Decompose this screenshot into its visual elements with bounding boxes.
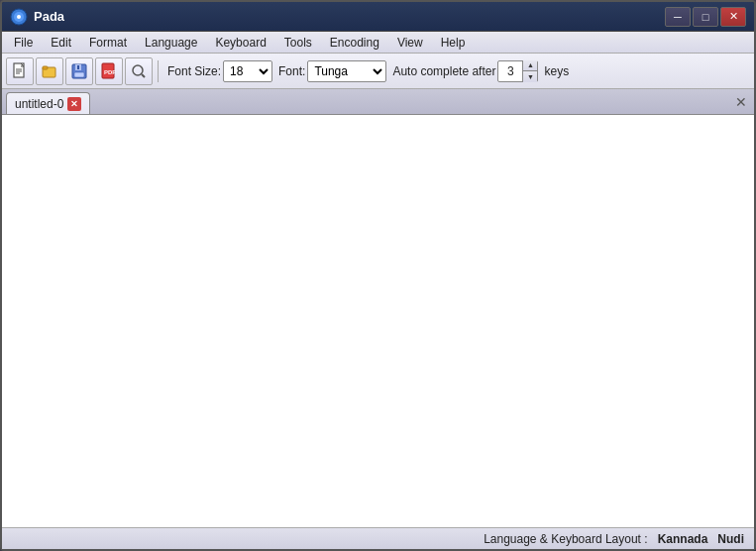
auto-complete-value: 3	[498, 64, 522, 78]
svg-point-2	[17, 15, 21, 19]
close-button[interactable]: ✕	[720, 7, 746, 27]
window-title: Pada	[34, 9, 665, 24]
status-bar: Language & Keyboard Layout : Kannada Nud…	[2, 527, 754, 549]
tab-area-close[interactable]: ✕	[734, 91, 748, 113]
tab-close-button[interactable]: ✕	[67, 97, 81, 111]
menu-help[interactable]: Help	[433, 34, 474, 52]
status-layout: Nudi	[717, 532, 744, 546]
svg-rect-11	[74, 72, 84, 77]
separator-1	[158, 60, 159, 82]
keys-label: keys	[544, 64, 569, 78]
tab-untitled[interactable]: untitled-0 ✕	[6, 92, 90, 114]
menu-file[interactable]: File	[6, 34, 41, 52]
editor-area	[2, 115, 754, 527]
spinner-down[interactable]: ▼	[523, 71, 537, 82]
status-prefix: Language & Keyboard Layout :	[484, 532, 647, 546]
menu-format[interactable]: Format	[81, 34, 135, 52]
spinner-up[interactable]: ▲	[523, 60, 537, 72]
find-button[interactable]	[125, 57, 153, 85]
menu-keyboard[interactable]: Keyboard	[207, 34, 273, 52]
editor-textarea[interactable]	[2, 115, 754, 527]
tab-bar: untitled-0 ✕ ✕	[2, 89, 754, 115]
title-bar: Pada ─ □ ✕	[2, 2, 754, 32]
app-icon	[10, 8, 28, 26]
save-button[interactable]	[65, 57, 93, 85]
maximize-button[interactable]: □	[693, 7, 718, 27]
toolbar: PDF Font Size: 18 10 12 14 16 20 24 Font…	[2, 54, 754, 89]
menu-language[interactable]: Language	[137, 34, 205, 52]
tab-label: untitled-0	[15, 97, 63, 111]
font-size-select[interactable]: 18 10 12 14 16 20 24	[223, 60, 272, 82]
spinner-controls: ▲ ▼	[522, 60, 537, 82]
window-controls: ─ □ ✕	[665, 7, 746, 27]
main-window: Pada ─ □ ✕ File Edit Format Language Key…	[0, 0, 756, 551]
pdf-button[interactable]: PDF	[95, 57, 123, 85]
svg-rect-8	[43, 66, 48, 69]
menu-bar: File Edit Format Language Keyboard Tools…	[2, 32, 754, 54]
status-language: Kannada	[658, 532, 708, 546]
status-text: Language & Keyboard Layout : Kannada Nud…	[484, 532, 744, 546]
svg-text:PDF: PDF	[104, 69, 116, 75]
svg-line-16	[142, 74, 145, 77]
font-label: Font:	[278, 64, 305, 78]
font-select[interactable]: Tunga Arial Times New Roman	[307, 60, 386, 82]
svg-point-15	[133, 65, 143, 75]
menu-edit[interactable]: Edit	[43, 34, 79, 52]
font-size-label: Font Size:	[167, 64, 221, 78]
auto-complete-spinner: 3 ▲ ▼	[497, 60, 538, 82]
menu-view[interactable]: View	[389, 34, 431, 52]
minimize-button[interactable]: ─	[665, 7, 691, 27]
open-button[interactable]	[36, 57, 63, 85]
svg-rect-12	[77, 65, 79, 69]
menu-tools[interactable]: Tools	[276, 34, 320, 52]
new-file-button[interactable]	[6, 57, 34, 85]
menu-encoding[interactable]: Encoding	[322, 34, 387, 52]
auto-complete-label: Auto complete after	[392, 64, 495, 78]
